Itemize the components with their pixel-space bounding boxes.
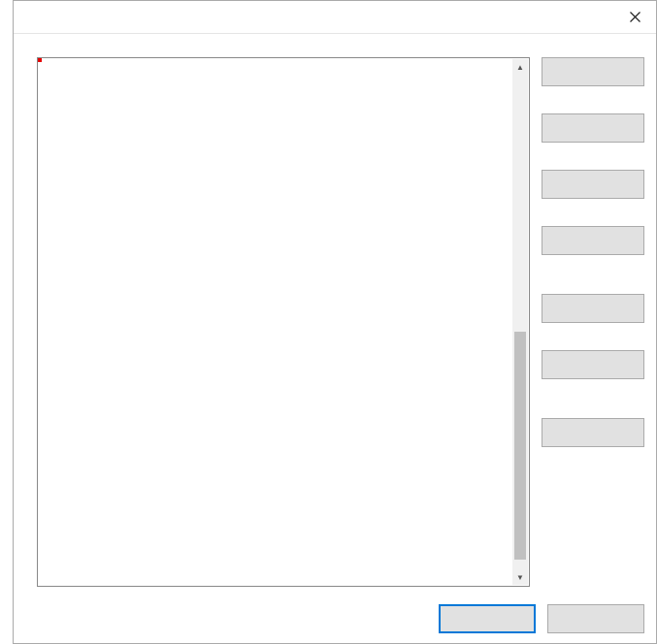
browse-button[interactable] xyxy=(542,170,644,199)
scrollbar-thumb[interactable] xyxy=(514,332,526,560)
close-button[interactable] xyxy=(613,1,656,34)
button-column xyxy=(542,57,644,587)
scroll-up-arrow[interactable]: ▲ xyxy=(512,59,528,75)
move-up-button[interactable] xyxy=(542,294,644,323)
vertical-scrollbar[interactable]: ▲ ▼ xyxy=(512,59,528,585)
close-icon xyxy=(630,12,641,22)
delete-button[interactable] xyxy=(542,226,644,255)
new-button[interactable] xyxy=(542,57,644,86)
ok-button[interactable] xyxy=(439,604,536,633)
scrollbar-track[interactable] xyxy=(512,75,528,569)
titlebar xyxy=(14,1,656,34)
list-viewport xyxy=(39,59,512,585)
dialog-footer xyxy=(14,595,656,643)
cancel-button[interactable] xyxy=(547,604,644,633)
edit-button[interactable] xyxy=(542,113,644,143)
dialog-content: ▲ ▼ xyxy=(14,34,656,595)
scroll-down-arrow[interactable]: ▼ xyxy=(512,569,528,585)
edit-text-button[interactable] xyxy=(542,418,644,447)
background-text-fragments xyxy=(0,0,14,644)
edit-env-dialog: ▲ ▼ xyxy=(13,0,657,644)
path-listbox[interactable]: ▲ ▼ xyxy=(37,57,530,587)
move-down-button[interactable] xyxy=(542,350,644,379)
